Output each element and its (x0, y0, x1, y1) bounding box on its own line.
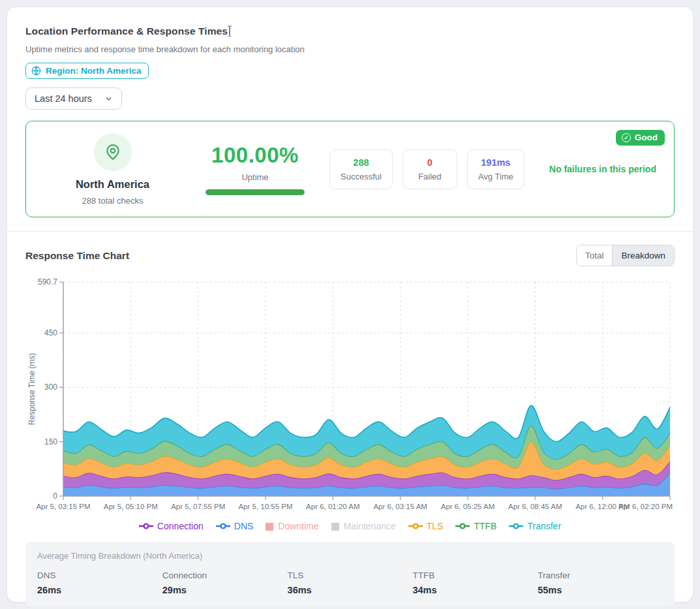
no-failures-note: No failures in this period (549, 164, 656, 174)
region-badge-label: Region: North America (46, 66, 142, 76)
timing-col-tls: TLS 36ms (288, 570, 413, 595)
timing-dns-value: 26ms (37, 585, 162, 595)
summary-stats: 288 Successful 0 Failed 191ms Avg Time (329, 149, 525, 189)
svg-text:Apr 6, 02:20 PM: Apr 6, 02:20 PM (618, 503, 673, 510)
region-filter-badge[interactable]: Region: North America (25, 63, 149, 79)
svg-text:Apr 5, 07:55 PM: Apr 5, 07:55 PM (171, 503, 225, 510)
svg-text:590.7: 590.7 (38, 277, 57, 287)
page-subtitle: Uptime metrics and response time breakdo… (25, 44, 675, 54)
legend-label: Downtime (278, 521, 318, 531)
svg-text:450: 450 (44, 328, 57, 337)
globe-icon (31, 66, 41, 76)
legend-box-icon (331, 522, 340, 531)
legend-label: Connection (157, 521, 204, 531)
legend-item-connection[interactable]: Connection (139, 521, 204, 531)
chevron-down-icon (104, 95, 113, 103)
timing-dns-label: DNS (37, 570, 162, 580)
page-title: Location Performance & Response Times (25, 25, 675, 37)
chart-section-title: Response Time Chart (25, 250, 129, 262)
map-pin-icon (104, 144, 121, 161)
uptime-label: Uptime (203, 172, 307, 182)
section-divider (7, 231, 693, 232)
response-time-chart[interactable]: 0150300450590.7Apr 5, 03:15 PMApr 5, 05:… (25, 275, 675, 516)
status-badge-label: Good (635, 133, 658, 142)
svg-text:Apr 6, 03:15 AM: Apr 6, 03:15 AM (373, 503, 427, 510)
stat-failed-label: Failed (414, 172, 446, 181)
stat-successful-label: Successful (341, 172, 382, 181)
toggle-total-button[interactable]: Total (577, 245, 613, 266)
timing-col-transfer: Transfer 55ms (538, 570, 663, 595)
stacked-area-chart-svg[interactable]: 0150300450590.7Apr 5, 03:15 PMApr 5, 05:… (25, 275, 676, 516)
timing-breakdown-title: Average Timing Breakdown (North America) (37, 551, 663, 561)
stat-successful: 288 Successful (329, 149, 393, 189)
location-summary-card: North America 288 total checks 100.00% U… (25, 121, 675, 217)
time-range-dropdown[interactable]: Last 24 hours (25, 87, 122, 110)
timing-col-connection: Connection 29ms (162, 570, 288, 595)
legend-item-ttfb[interactable]: TTFB (455, 521, 496, 531)
legend-label: DNS (234, 521, 254, 531)
toggle-breakdown-button[interactable]: Breakdown (612, 245, 674, 266)
svg-text:Apr 6, 05:25 AM: Apr 6, 05:25 AM (441, 503, 495, 510)
legend-item-tls[interactable]: TLS (408, 521, 444, 531)
location-name: North America (39, 178, 186, 191)
uptime-progress-fill (205, 189, 305, 195)
time-range-value: Last 24 hours (35, 93, 92, 104)
timing-tls-value: 36ms (288, 585, 413, 595)
stat-avg-time: 191ms Avg Time (467, 149, 525, 189)
legend-label: Transfer (527, 521, 561, 531)
legend-line-icon (408, 522, 423, 530)
legend-box-icon (266, 522, 274, 531)
svg-text:300: 300 (44, 383, 57, 392)
legend-item-transfer[interactable]: Transfer (509, 521, 561, 531)
timing-transfer-value: 55ms (538, 585, 663, 595)
legend-line-icon (216, 522, 230, 530)
svg-text:Apr 5, 05:10 PM: Apr 5, 05:10 PM (104, 503, 158, 510)
timing-col-ttfb: TTFB 34ms (412, 570, 538, 595)
stat-avg-time-label: Avg Time (478, 172, 513, 181)
legend-item-dns[interactable]: DNS (216, 521, 254, 531)
legend-label: TTFB (474, 521, 496, 531)
timing-ttfb-label: TTFB (412, 570, 538, 580)
legend-line-icon (509, 522, 523, 530)
timing-connection-label: Connection (162, 570, 288, 580)
svg-text:0: 0 (53, 492, 57, 501)
location-pin-circle (94, 133, 132, 171)
chart-mode-toggle: Total Breakdown (576, 245, 675, 266)
timing-col-dns: DNS 26ms (37, 570, 162, 595)
legend-item-maintenance[interactable]: Maintenance (331, 521, 396, 531)
stat-successful-value: 288 (341, 157, 382, 168)
uptime-value: 100.00% (203, 143, 307, 168)
legend-item-downtime[interactable]: Downtime (266, 521, 318, 531)
check-circle-icon: ✓ (622, 133, 631, 142)
timing-tls-label: TLS (288, 570, 413, 580)
location-block: North America 288 total checks (39, 133, 186, 206)
timing-transfer-label: Transfer (538, 570, 663, 580)
uptime-progress-bar (205, 189, 305, 195)
svg-text:Apr 5, 03:15 PM: Apr 5, 03:15 PM (36, 503, 90, 510)
timing-connection-value: 29ms (162, 585, 288, 595)
svg-text:Apr 6, 08:45 AM: Apr 6, 08:45 AM (508, 503, 562, 510)
uptime-block: 100.00% Uptime (203, 143, 307, 195)
timing-breakdown-box: Average Timing Breakdown (North America)… (25, 542, 675, 606)
stat-failed-value: 0 (414, 157, 446, 168)
legend-line-icon (455, 522, 470, 530)
svg-text:Apr 5, 10:55 PM: Apr 5, 10:55 PM (238, 503, 292, 510)
stat-failed: 0 Failed (403, 149, 457, 189)
total-checks: 288 total checks (39, 196, 186, 206)
svg-text:150: 150 (44, 437, 57, 446)
text-cursor (229, 26, 230, 36)
panel-location-performance: Location Performance & Response Times Up… (7, 7, 693, 602)
status-badge: ✓ Good (616, 130, 665, 146)
stat-avg-time-value: 191ms (478, 157, 513, 168)
chart-legend: ConnectionDNSDowntimeMaintenanceTLSTTFBT… (25, 521, 675, 531)
legend-label: TLS (427, 521, 444, 531)
legend-line-icon (139, 522, 153, 530)
legend-label: Maintenance (344, 521, 396, 531)
timing-ttfb-value: 34ms (412, 585, 538, 595)
svg-text:Response Time (ms): Response Time (ms) (27, 353, 37, 426)
svg-text:Apr 6, 01:20 AM: Apr 6, 01:20 AM (306, 503, 359, 510)
